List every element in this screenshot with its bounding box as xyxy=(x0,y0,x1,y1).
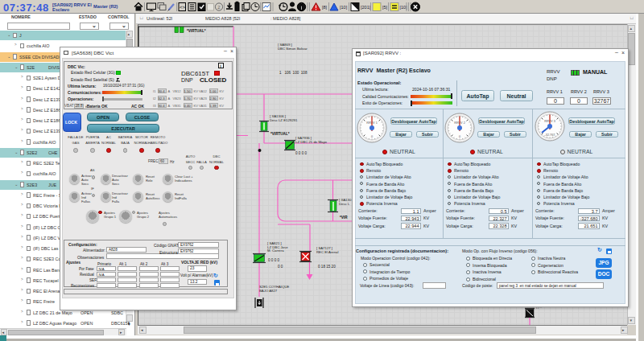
svg-text:[201]: [201] xyxy=(361,5,371,10)
svg-text:0: 0 xyxy=(458,135,460,138)
svg-text:*VIR: *VIR xyxy=(340,216,348,220)
svg-text:LZ DBC 21 de Mayo: LZ DBC 21 de Mayo xyxy=(295,140,328,144)
svg-text:[5]: [5] xyxy=(382,5,388,10)
svg-text:*VIRTUAL*: *VIRTUAL* xyxy=(270,132,290,136)
svg-text:<>: <> xyxy=(180,5,186,10)
svg-text:1 106 100 108: 1 106 100 108 xyxy=(279,71,308,75)
svg-text:*VIRTUAL*: *VIRTUAL* xyxy=(187,29,206,33)
svg-text:M. Carrera: M. Carrera xyxy=(267,249,284,253)
svg-text:0 0 0 0: 0 0 0 0 xyxy=(295,151,307,155)
svg-text:2: 2 xyxy=(217,5,221,10)
svg-text:[10]: [10] xyxy=(340,5,348,10)
svg-text:BAJO A827: BAJO A827 xyxy=(259,289,278,293)
svg-text:DBC Simon Bolivar: DBC Simon Bolivar xyxy=(278,47,308,51)
svg-text:0: 0 xyxy=(370,135,372,138)
svg-text:[8]: [8] xyxy=(322,5,328,10)
svg-text:0 18 15 20: 0 18 15 20 xyxy=(318,265,336,269)
svg-text:-32.767: -32.767 xyxy=(545,134,555,137)
svg-text:Desc L: Desc L xyxy=(339,202,350,206)
svg-text:Desc LZ E129291: Desc LZ E129291 xyxy=(270,118,298,122)
svg-text:0 0: 0 0 xyxy=(278,265,283,269)
svg-text:REC El Arenal: REC El Arenal xyxy=(316,250,339,254)
svg-text:0 0 0 0: 0 0 0 0 xyxy=(268,258,279,262)
